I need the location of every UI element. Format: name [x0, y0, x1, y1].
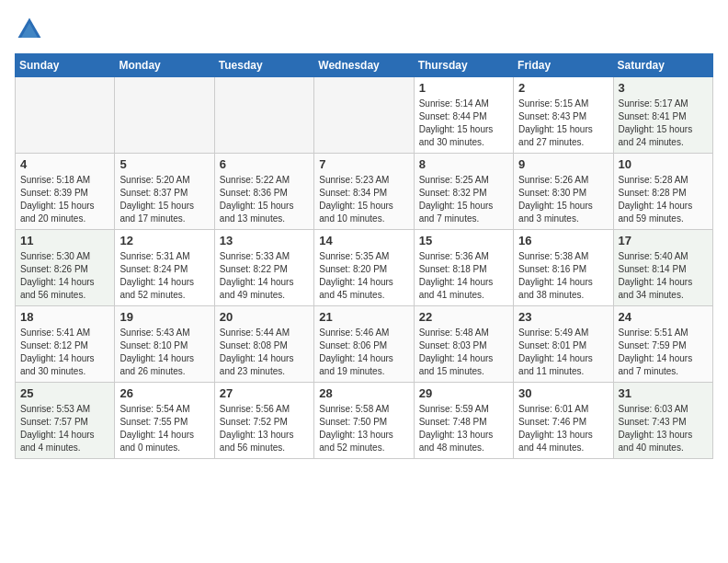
- day-info: Sunrise: 5:54 AM Sunset: 7:55 PM Dayligh…: [119, 403, 209, 454]
- day-cell: 12Sunrise: 5:31 AM Sunset: 8:24 PM Dayli…: [115, 230, 214, 306]
- day-info: Sunrise: 6:03 AM Sunset: 7:43 PM Dayligh…: [619, 403, 708, 454]
- week-row-2: 4Sunrise: 5:18 AM Sunset: 8:39 PM Daylig…: [16, 154, 713, 230]
- day-cell: 24Sunrise: 5:51 AM Sunset: 7:59 PM Dayli…: [613, 306, 712, 383]
- header-cell-monday: Monday: [115, 54, 214, 77]
- day-number: 9: [518, 157, 608, 171]
- header-cell-tuesday: Tuesday: [214, 54, 313, 77]
- day-cell: 7Sunrise: 5:23 AM Sunset: 8:34 PM Daylig…: [314, 154, 414, 230]
- day-cell: 1Sunrise: 5:14 AM Sunset: 8:44 PM Daylig…: [414, 77, 513, 154]
- week-row-1: 1Sunrise: 5:14 AM Sunset: 8:44 PM Daylig…: [16, 77, 713, 154]
- day-info: Sunrise: 5:35 AM Sunset: 8:20 PM Dayligh…: [319, 250, 408, 302]
- day-cell: 17Sunrise: 5:40 AM Sunset: 8:14 PM Dayli…: [613, 230, 712, 306]
- day-info: Sunrise: 5:43 AM Sunset: 8:10 PM Dayligh…: [119, 327, 209, 378]
- day-number: 2: [518, 81, 608, 95]
- day-info: Sunrise: 5:59 AM Sunset: 7:48 PM Dayligh…: [419, 403, 508, 454]
- day-number: 27: [220, 386, 309, 400]
- day-number: 26: [119, 386, 209, 400]
- day-cell: 6Sunrise: 5:22 AM Sunset: 8:36 PM Daylig…: [214, 154, 313, 230]
- day-number: 30: [518, 386, 608, 400]
- day-info: Sunrise: 5:33 AM Sunset: 8:22 PM Dayligh…: [220, 250, 309, 302]
- day-number: 28: [319, 386, 408, 400]
- day-number: 24: [619, 310, 708, 324]
- day-info: Sunrise: 5:36 AM Sunset: 8:18 PM Dayligh…: [419, 250, 508, 302]
- day-info: Sunrise: 5:48 AM Sunset: 8:03 PM Dayligh…: [419, 327, 508, 378]
- day-number: 25: [20, 386, 109, 400]
- day-info: Sunrise: 5:53 AM Sunset: 7:57 PM Dayligh…: [20, 403, 109, 454]
- day-info: Sunrise: 5:22 AM Sunset: 8:36 PM Dayligh…: [220, 174, 309, 225]
- header-cell-saturday: Saturday: [613, 54, 712, 77]
- day-cell: 26Sunrise: 5:54 AM Sunset: 7:55 PM Dayli…: [115, 383, 214, 459]
- header-cell-thursday: Thursday: [414, 54, 513, 77]
- day-cell: 15Sunrise: 5:36 AM Sunset: 8:18 PM Dayli…: [414, 230, 513, 306]
- day-number: 10: [619, 157, 708, 171]
- day-cell: [214, 77, 313, 154]
- day-info: Sunrise: 5:38 AM Sunset: 8:16 PM Dayligh…: [518, 250, 608, 302]
- header-cell-sunday: Sunday: [16, 54, 115, 77]
- day-number: 15: [419, 234, 508, 247]
- day-number: 29: [419, 386, 508, 400]
- day-cell: [314, 77, 414, 154]
- day-info: Sunrise: 5:28 AM Sunset: 8:28 PM Dayligh…: [619, 174, 708, 225]
- day-info: Sunrise: 5:25 AM Sunset: 8:32 PM Dayligh…: [419, 174, 508, 225]
- day-info: Sunrise: 5:26 AM Sunset: 8:30 PM Dayligh…: [518, 174, 608, 225]
- day-number: 19: [119, 310, 209, 324]
- day-info: Sunrise: 5:15 AM Sunset: 8:43 PM Dayligh…: [518, 98, 608, 149]
- day-cell: [16, 77, 115, 154]
- day-info: Sunrise: 5:20 AM Sunset: 8:37 PM Dayligh…: [119, 174, 209, 225]
- day-info: Sunrise: 5:46 AM Sunset: 8:06 PM Dayligh…: [319, 327, 408, 378]
- logo: [15, 15, 48, 44]
- day-number: 4: [20, 157, 109, 171]
- day-info: Sunrise: 5:58 AM Sunset: 7:50 PM Dayligh…: [319, 403, 408, 454]
- day-cell: 29Sunrise: 5:59 AM Sunset: 7:48 PM Dayli…: [414, 383, 513, 459]
- day-cell: [115, 77, 214, 154]
- day-number: 7: [319, 157, 408, 171]
- day-cell: 13Sunrise: 5:33 AM Sunset: 8:22 PM Dayli…: [214, 230, 313, 306]
- day-cell: 2Sunrise: 5:15 AM Sunset: 8:43 PM Daylig…: [514, 77, 613, 154]
- day-info: Sunrise: 5:17 AM Sunset: 8:41 PM Dayligh…: [619, 98, 708, 149]
- day-cell: 16Sunrise: 5:38 AM Sunset: 8:16 PM Dayli…: [514, 230, 613, 306]
- day-cell: 31Sunrise: 6:03 AM Sunset: 7:43 PM Dayli…: [613, 383, 712, 459]
- day-cell: 9Sunrise: 5:26 AM Sunset: 8:30 PM Daylig…: [514, 154, 613, 230]
- logo-icon: [15, 15, 44, 44]
- day-number: 23: [518, 310, 608, 324]
- day-cell: 11Sunrise: 5:30 AM Sunset: 8:26 PM Dayli…: [16, 230, 115, 306]
- day-cell: 4Sunrise: 5:18 AM Sunset: 8:39 PM Daylig…: [16, 154, 115, 230]
- day-number: 22: [419, 310, 508, 324]
- day-number: 14: [319, 234, 408, 247]
- day-cell: 5Sunrise: 5:20 AM Sunset: 8:37 PM Daylig…: [115, 154, 214, 230]
- day-info: Sunrise: 5:14 AM Sunset: 8:44 PM Dayligh…: [419, 98, 508, 149]
- day-cell: 20Sunrise: 5:44 AM Sunset: 8:08 PM Dayli…: [214, 306, 313, 383]
- day-info: Sunrise: 5:49 AM Sunset: 8:01 PM Dayligh…: [518, 327, 608, 378]
- day-number: 13: [220, 234, 309, 247]
- day-cell: 3Sunrise: 5:17 AM Sunset: 8:41 PM Daylig…: [613, 77, 712, 154]
- day-cell: 25Sunrise: 5:53 AM Sunset: 7:57 PM Dayli…: [16, 383, 115, 459]
- day-info: Sunrise: 5:41 AM Sunset: 8:12 PM Dayligh…: [20, 327, 109, 378]
- day-info: Sunrise: 5:18 AM Sunset: 8:39 PM Dayligh…: [20, 174, 109, 225]
- day-cell: 21Sunrise: 5:46 AM Sunset: 8:06 PM Dayli…: [314, 306, 414, 383]
- day-number: 8: [419, 157, 508, 171]
- day-number: 6: [220, 157, 309, 171]
- day-cell: 8Sunrise: 5:25 AM Sunset: 8:32 PM Daylig…: [414, 154, 513, 230]
- day-number: 1: [419, 81, 508, 95]
- day-cell: 27Sunrise: 5:56 AM Sunset: 7:52 PM Dayli…: [214, 383, 313, 459]
- day-cell: 14Sunrise: 5:35 AM Sunset: 8:20 PM Dayli…: [314, 230, 414, 306]
- day-cell: 22Sunrise: 5:48 AM Sunset: 8:03 PM Dayli…: [414, 306, 513, 383]
- week-row-5: 25Sunrise: 5:53 AM Sunset: 7:57 PM Dayli…: [16, 383, 713, 459]
- day-info: Sunrise: 5:30 AM Sunset: 8:26 PM Dayligh…: [20, 250, 109, 302]
- day-number: 21: [319, 310, 408, 324]
- day-number: 31: [619, 386, 708, 400]
- day-number: 18: [20, 310, 109, 324]
- day-cell: 10Sunrise: 5:28 AM Sunset: 8:28 PM Dayli…: [613, 154, 712, 230]
- day-info: Sunrise: 5:44 AM Sunset: 8:08 PM Dayligh…: [220, 327, 309, 378]
- header-cell-wednesday: Wednesday: [314, 54, 414, 77]
- day-cell: 23Sunrise: 5:49 AM Sunset: 8:01 PM Dayli…: [514, 306, 613, 383]
- day-cell: 28Sunrise: 5:58 AM Sunset: 7:50 PM Dayli…: [314, 383, 414, 459]
- day-number: 17: [619, 234, 708, 247]
- day-number: 5: [119, 157, 209, 171]
- day-number: 11: [20, 234, 109, 247]
- day-cell: 19Sunrise: 5:43 AM Sunset: 8:10 PM Dayli…: [115, 306, 214, 383]
- day-info: Sunrise: 5:31 AM Sunset: 8:24 PM Dayligh…: [119, 250, 209, 302]
- calendar-table: SundayMondayTuesdayWednesdayThursdayFrid…: [15, 53, 713, 459]
- page-header: [15, 15, 713, 44]
- day-info: Sunrise: 5:23 AM Sunset: 8:34 PM Dayligh…: [319, 174, 408, 225]
